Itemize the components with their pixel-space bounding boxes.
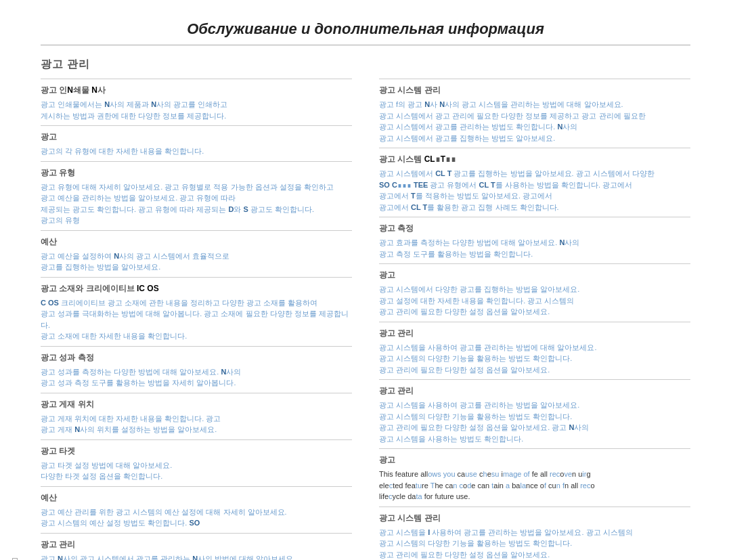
topic-3-title: 광고 유형 bbox=[41, 167, 352, 179]
topic-8: 광고 타겟 광고 타겟 설정 방법에 대해 알아보세요. 다양한 타겟 설정 옵… bbox=[41, 439, 352, 486]
rtopic-8-body: 광고 시스템을 I 사용하여 광고를 관리하는 방법을 알아보세요. 광고 시스… bbox=[379, 527, 690, 561]
topic-10-body: 광고 N사의 광고 시스템에서 광고를 관리하는 N사의 방법에 대해 알아보세… bbox=[41, 553, 352, 561]
right-column: 광고 시스템 관리 광고 f의 광고 N사 N사의 광고 시스템을 관리하는 방… bbox=[379, 79, 690, 560]
rtopic-5-body: 광고 시스템을 사용하여 광고를 관리하는 방법에 대해 알아보세요. 광고 시… bbox=[379, 342, 690, 376]
page-container: Обслуживание и дополнительная информация… bbox=[0, 0, 731, 560]
rtopic-7-title: 광고 bbox=[379, 454, 690, 466]
topic-2-title: 광고 bbox=[41, 131, 352, 143]
rtopic-7-body: This feature allows you cause chesu imag… bbox=[379, 469, 690, 502]
rtopic-3: 광고 측정 광고 효과를 측정하는 다양한 방법에 대해 알아보세요. N사의 … bbox=[379, 217, 690, 263]
topic-9: 예산 광고 예산 관리를 위한 광고 시스템의 예산 설정에 대해 자세히 알아… bbox=[41, 486, 352, 533]
rtopic-4-title: 광고 bbox=[379, 270, 690, 281]
rtopic-2-body: 광고 시스템에서 CL T 광고를 집행하는 방법을 알아보세요. 광고 시스템… bbox=[379, 168, 690, 213]
section-header: 광고 관리 bbox=[41, 58, 690, 72]
topic-5: 광고 소재와 크리에이티브 IC OS C OS 크리에이티브 광고 소재에 관… bbox=[41, 277, 352, 346]
topic-3: 광고 유형 광고 유형에 대해 자세히 알아보세요. 광고 유형별로 적용 가능… bbox=[41, 161, 352, 230]
topic-1: 광고 인N쇄물 N사 광고 인쇄물에서는 N사의 제품과 N사의 광고를 인쇄하… bbox=[41, 79, 352, 125]
rtopic-4: 광고 광고 시스템에서 다양한 광고를 집행하는 방법을 알아보세요. 광고 설… bbox=[379, 263, 690, 322]
rtopic-6: 광고 관리 광고 시스템을 사용하여 광고를 관리하는 방법을 알아보세요. 광… bbox=[379, 379, 690, 448]
rtopic-8: 광고 시스템 관리 광고 시스템을 I 사용하여 광고를 관리하는 방법을 알아… bbox=[379, 507, 690, 561]
rtopic-2-title: 광고 시스템 CL∎T∎∎ bbox=[379, 154, 690, 165]
topic-8-body: 광고 타겟 설정 방법에 대해 알아보세요. 다양한 타겟 설정 옵션을 확인합… bbox=[41, 460, 352, 482]
rtopic-5-title: 광고 관리 bbox=[379, 328, 690, 339]
rtopic-1-body: 광고 f의 광고 N사 N사의 광고 시스템을 관리하는 방법에 대해 알아보세… bbox=[379, 99, 690, 144]
rtopic-1-title: 광고 시스템 관리 bbox=[379, 85, 690, 96]
topic-2-body: 광고의 각 유형에 대한 자세한 내용을 확인합니다. bbox=[41, 146, 352, 157]
topic-6-title: 광고 성과 측정 bbox=[41, 352, 352, 364]
left-column: 광고 인N쇄물 N사 광고 인쇄물에서는 N사의 제품과 N사의 광고를 인쇄하… bbox=[41, 79, 352, 560]
two-column-layout: 광고 인N쇄물 N사 광고 인쇄물에서는 N사의 제품과 N사의 광고를 인쇄하… bbox=[41, 79, 690, 560]
topic-8-title: 광고 타겟 bbox=[41, 446, 352, 457]
topic-2: 광고 광고의 각 유형에 대한 자세한 내용을 확인합니다. bbox=[41, 125, 352, 161]
rtopic-7: 광고 This feature allows you cause chesu i… bbox=[379, 448, 690, 507]
topic-9-title: 예산 bbox=[41, 492, 352, 504]
rtopic-6-body: 광고 시스템을 사용하여 광고를 관리하는 방법을 알아보세요. 광고 시스템의… bbox=[379, 400, 690, 444]
topic-1-title: 광고 인N쇄물 N사 bbox=[41, 85, 352, 96]
topic-3-body: 광고 유형에 대해 자세히 알아보세요. 광고 유형별로 적용 가능한 옵션과 … bbox=[41, 181, 352, 226]
topic-6: 광고 성과 측정 광고 성과를 측정하는 다양한 방법에 대해 알아보세요. N… bbox=[41, 346, 352, 393]
topic-4-body: 광고 예산을 설정하여 N사의 광고 시스템에서 효율적으로 광고를 집행하는 … bbox=[41, 251, 352, 273]
topic-10-title: 광고 관리 bbox=[41, 539, 352, 551]
rtopic-2: 광고 시스템 CL∎T∎∎ 광고 시스템에서 CL T 광고를 집행하는 방법을… bbox=[379, 148, 690, 217]
topic-10: 광고 관리 광고 N사의 광고 시스템에서 광고를 관리하는 N사의 방법에 대… bbox=[41, 533, 352, 561]
rtopic-8-title: 광고 시스템 관리 bbox=[379, 513, 690, 524]
page-title: Обслуживание и дополнительная информация bbox=[41, 20, 690, 45]
topic-4-title: 예산 bbox=[41, 236, 352, 248]
rtopic-4-body: 광고 시스템에서 다양한 광고를 집행하는 방법을 알아보세요. 광고 설정에 … bbox=[379, 284, 690, 318]
topic-7-body: 광고 게재 위치에 대한 자세한 내용을 확인합니다. 광고 광고 게재 N사의… bbox=[41, 413, 352, 435]
rtopic-3-body: 광고 효과를 측정하는 다양한 방법에 대해 알아보세요. N사의 광고 측정 … bbox=[379, 237, 690, 259]
rtopic-5: 광고 관리 광고 시스템을 사용하여 광고를 관리하는 방법에 대해 알아보세요… bbox=[379, 322, 690, 380]
topic-5-title: 광고 소재와 크리에이티브 IC OS bbox=[41, 283, 352, 295]
rtopic-3-title: 광고 측정 bbox=[379, 223, 690, 234]
topic-1-body: 광고 인쇄물에서는 N사의 제품과 N사의 광고를 인쇄하고 게시하는 방법과 … bbox=[41, 99, 352, 121]
topic-7: 광고 게재 위치 광고 게재 위치에 대한 자세한 내용을 확인합니다. 광고 … bbox=[41, 393, 352, 439]
rtopic-6-title: 광고 관리 bbox=[379, 385, 690, 397]
rtopic-1: 광고 시스템 관리 광고 f의 광고 N사 N사의 광고 시스템을 관리하는 방… bbox=[379, 79, 690, 148]
topic-9-body: 광고 예산 관리를 위한 광고 시스템의 예산 설정에 대해 자세히 알아보세요… bbox=[41, 507, 352, 529]
topic-4: 예산 광고 예산을 설정하여 N사의 광고 시스템에서 효율적으로 광고를 집행… bbox=[41, 230, 352, 277]
topic-6-body: 광고 성과를 측정하는 다양한 방법에 대해 알아보세요. N사의 광고 성과 … bbox=[41, 366, 352, 389]
topic-7-title: 광고 게재 위치 bbox=[41, 399, 352, 410]
topic-5-body: C OS 크리에이티브 광고 소재에 관한 내용을 정리하고 다양한 광고 소재… bbox=[41, 297, 352, 342]
